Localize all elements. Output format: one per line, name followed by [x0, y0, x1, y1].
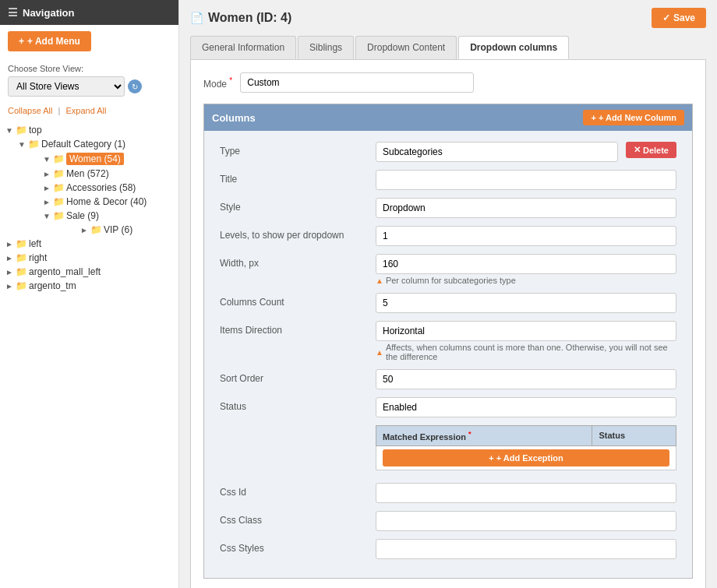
style-field — [376, 198, 676, 218]
style-row: Style — [220, 198, 676, 218]
tree-toggle-right: ► — [5, 253, 14, 262]
style-input[interactable] — [376, 198, 676, 218]
page-title-icon: 📄 — [190, 12, 203, 24]
levels-label: Levels, to show per dropdown — [220, 226, 376, 241]
tree-item-accessories[interactable]: ► 📁 Accessories (58) — [42, 181, 174, 195]
exceptions-row: Matched Expression * Status — [220, 425, 676, 475]
css-id-input[interactable] — [376, 483, 676, 503]
sort-order-field — [376, 369, 676, 389]
folder-icon-left: 📁 — [16, 238, 27, 249]
columns-count-label: Columns Count — [220, 293, 376, 308]
sort-order-input[interactable] — [376, 369, 676, 389]
add-menu-label: + Add Menu — [27, 36, 80, 47]
tree-item-argento-tm[interactable]: ► 📁 argento_tm — [5, 279, 174, 293]
sidebar: ☰ Navigation + + Add Menu Choose Store V… — [0, 0, 179, 588]
tree-toggle-vip: ► — [79, 225, 89, 234]
tree-label-default-category: Default Category (1) — [41, 139, 125, 150]
add-menu-icon: + — [19, 36, 24, 47]
css-class-input[interactable] — [376, 511, 676, 531]
tree-label-left: left — [29, 238, 41, 249]
sidebar-title: Navigation — [23, 7, 74, 19]
add-exception-cell: + + Add Exception — [376, 445, 676, 470]
tab-dropdown-columns[interactable]: Dropdown columns — [458, 36, 569, 59]
add-new-column-icon: + — [591, 113, 595, 122]
tab-general-information[interactable]: General Information — [190, 36, 296, 59]
columns-section: Columns + + Add New Column Type — [203, 104, 693, 579]
levels-input[interactable] — [376, 226, 676, 246]
page-title-text: Women (ID: 4) — [208, 11, 291, 25]
css-styles-input[interactable] — [376, 539, 676, 559]
title-form-label: Title — [220, 170, 376, 185]
collapse-all-link[interactable]: Collapse All — [8, 106, 52, 115]
nav-icon: ☰ — [8, 6, 18, 19]
add-new-column-button[interactable]: + + Add New Column — [583, 110, 684, 125]
tree-label-vip: VIP (6) — [104, 224, 132, 235]
add-exception-label: + Add Exception — [496, 453, 563, 463]
tree-item-argento-mall-left[interactable]: ► 📁 argento_mall_left — [5, 265, 174, 279]
title-input[interactable] — [376, 170, 676, 190]
tree-item-left[interactable]: ► 📁 left — [5, 237, 174, 251]
items-direction-field: ▲ Affects, when columns count is more th… — [376, 321, 676, 361]
tree-label-accessories: Accessories (58) — [66, 182, 136, 193]
expand-all-link[interactable]: Expand All — [65, 106, 106, 115]
css-class-row: Css Class — [220, 511, 676, 531]
store-view-label: Choose Store View: — [8, 64, 171, 73]
hint-triangle-icon2: ▲ — [376, 348, 383, 357]
width-label: Width, px — [220, 254, 376, 269]
folder-icon-accessories: 📁 — [53, 182, 65, 193]
tree-toggle-accessories: ► — [42, 183, 51, 192]
save-button[interactable]: ✓ Save — [652, 8, 706, 28]
status-input[interactable] — [376, 397, 676, 417]
add-menu-button[interactable]: + + Add Menu — [8, 31, 91, 51]
column-form: Type ✕ Delete Title — [204, 131, 692, 578]
tree-toggle-left: ► — [5, 239, 14, 248]
folder-icon-argento-tm: 📁 — [16, 280, 27, 291]
delete-button[interactable]: ✕ Delete — [626, 142, 676, 158]
type-input[interactable] — [376, 142, 618, 162]
tree-item-vip[interactable]: ► 📁 VIP (6) — [79, 223, 174, 237]
sort-order-label: Sort Order — [220, 369, 376, 384]
tree-label-women: Women (54) — [66, 153, 124, 165]
delete-icon: ✕ — [634, 145, 641, 155]
tree-area: ▼ 📁 top ▼ 📁 Default Category (1) ▼ 📁 Wom… — [0, 120, 178, 296]
items-direction-input[interactable] — [376, 321, 676, 341]
sort-order-row: Sort Order — [220, 369, 676, 389]
mode-row: Mode * — [203, 72, 693, 93]
save-label: Save — [673, 12, 695, 23]
tree-item-sale[interactable]: ▼ 📁 Sale (9) — [42, 209, 174, 223]
columns-count-input[interactable] — [376, 293, 676, 313]
mode-input[interactable] — [240, 72, 474, 93]
exceptions-add-row: + + Add Exception — [376, 445, 676, 470]
add-exception-button[interactable]: + + Add Exception — [383, 449, 669, 467]
type-field — [376, 142, 618, 162]
store-view-select[interactable]: All Store Views — [8, 76, 125, 97]
folder-icon-top: 📁 — [16, 125, 27, 136]
columns-header: Columns + + Add New Column — [204, 104, 692, 131]
width-input[interactable] — [376, 254, 676, 274]
folder-icon-women: 📁 — [53, 153, 65, 164]
items-direction-hint-text: Affects, when columns count is more than… — [386, 343, 676, 361]
content-panel: Mode * Columns + + Add New Column — [190, 59, 706, 588]
tab-dropdown-content[interactable]: Dropdown Content — [355, 36, 457, 59]
tab-siblings[interactable]: Siblings — [298, 36, 354, 59]
main-content: 📄 Women (ID: 4) ✓ Save General Informati… — [179, 0, 717, 588]
exceptions-field: Matched Expression * Status — [376, 425, 676, 475]
css-styles-field — [376, 539, 676, 559]
css-class-label: Css Class — [220, 511, 376, 526]
hint-triangle-icon: ▲ — [376, 276, 383, 285]
exceptions-table: Matched Expression * Status — [376, 425, 676, 470]
tree-item-right[interactable]: ► 📁 right — [5, 251, 174, 265]
tree-item-top[interactable]: ▼ 📁 top — [5, 123, 174, 137]
tree-item-home-decor[interactable]: ► 📁 Home & Decor (40) — [42, 195, 174, 209]
tree-item-women[interactable]: ▼ 📁 Women (54) — [42, 151, 174, 167]
tree-label-top: top — [29, 125, 42, 136]
tree-label-argento-mall-left: argento_mall_left — [29, 266, 101, 277]
tree-label-men: Men (572) — [66, 168, 109, 179]
sidebar-header: ☰ Navigation — [0, 0, 178, 25]
refresh-icon[interactable]: ↻ — [128, 79, 142, 93]
css-id-row: Css Id — [220, 483, 676, 503]
width-field: ▲ Per column for subcategories type — [376, 254, 676, 285]
tree-item-default-category[interactable]: ▼ 📁 Default Category (1) — [17, 137, 174, 151]
tree-item-men[interactable]: ► 📁 Men (572) — [42, 167, 174, 181]
folder-icon-men: 📁 — [53, 168, 65, 179]
